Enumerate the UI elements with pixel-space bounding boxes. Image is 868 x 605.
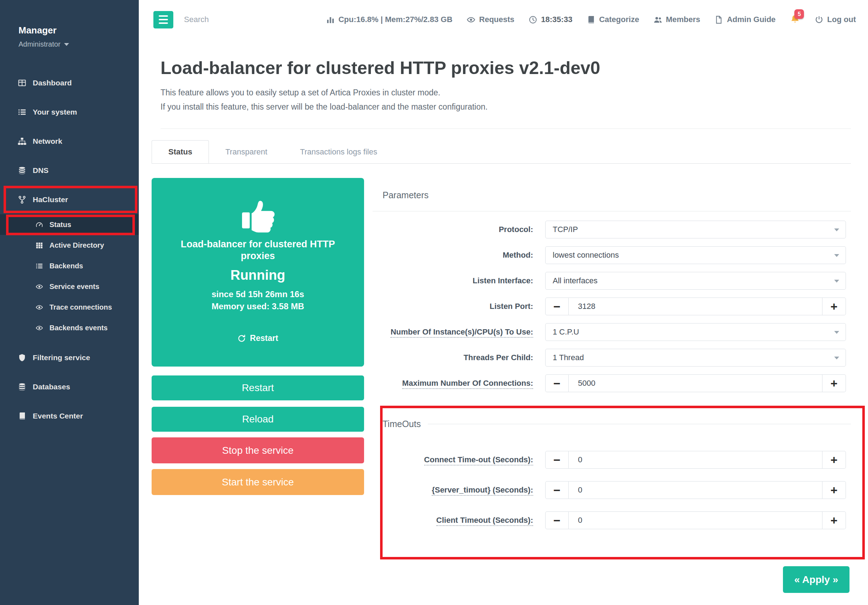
listen-interface-select[interactable]: All interfaces: [545, 272, 846, 290]
max-connections-stepper: − +: [545, 374, 846, 392]
clock-icon: [529, 15, 537, 24]
tab-transparent[interactable]: Transparent: [209, 140, 284, 163]
max-connections-input[interactable]: [569, 374, 823, 392]
sidebar-item-dns[interactable]: DNS: [0, 156, 139, 185]
reload-button[interactable]: Reload: [152, 407, 364, 432]
connect-timeout-label: Connect Time-out (Seconds):: [373, 455, 533, 464]
logout-label: Log out: [827, 15, 856, 24]
tab-status[interactable]: Status: [152, 140, 209, 163]
restart-button[interactable]: Restart: [152, 375, 364, 400]
method-select[interactable]: lowest connections: [545, 246, 846, 264]
max-connections-label: Maximum Number Of Connections:: [373, 379, 533, 388]
search-input[interactable]: [183, 15, 297, 25]
menu-toggle-button[interactable]: [153, 11, 173, 28]
sitemap-icon: [18, 137, 26, 146]
protocol-select[interactable]: TCP/IP: [545, 221, 846, 239]
threads-select[interactable]: 1 Thread: [545, 349, 846, 366]
listen-interface-label: Listen Interface:: [373, 276, 533, 285]
sidebar-item-databases[interactable]: Databases: [0, 372, 139, 402]
sidebar-item-label: Network: [33, 137, 62, 146]
eye-icon: [36, 324, 43, 332]
service-status-card: Load-balancer for clustered HTTP proxies…: [152, 178, 364, 366]
minus-button[interactable]: −: [545, 451, 569, 469]
sidebar-item-label: Backends events: [50, 324, 107, 332]
sidebar-item-label: Filtering service: [33, 354, 90, 362]
sidebar-item-events-center[interactable]: Events Center: [0, 402, 139, 431]
chart-bars-icon: [326, 15, 335, 24]
database-icon: [18, 383, 26, 391]
minus-button[interactable]: −: [545, 298, 569, 315]
page-description: This feature allows you to easily setup …: [161, 85, 488, 114]
tab-transactions-logs[interactable]: Transactions logs files: [284, 140, 394, 163]
plus-button[interactable]: +: [823, 298, 846, 315]
server-timeout-input[interactable]: [569, 481, 823, 499]
thumbs-up-icon: [152, 198, 364, 233]
instances-select[interactable]: 1 C.P.U: [545, 323, 846, 341]
requests-label: Requests: [479, 15, 514, 24]
page-description-line1: This feature allows you to easily setup …: [161, 85, 488, 100]
field-method: Method: lowest connections: [373, 246, 851, 264]
start-service-button[interactable]: Start the service: [152, 469, 364, 495]
cpu-mem-text: Cpu:16.8% | Mem:27%/2.83 GB: [338, 15, 452, 24]
field-max-connections: Maximum Number Of Connections: − +: [373, 374, 851, 392]
client-timeout-input[interactable]: [569, 511, 823, 529]
card-restart-link[interactable]: Restart: [152, 334, 364, 343]
minus-button[interactable]: −: [545, 481, 569, 499]
topbar-right: Cpu:16.8% | Mem:27%/2.83 GB Requests 18:…: [326, 14, 868, 25]
client-timeout-stepper: − +: [545, 511, 846, 529]
book-icon: [586, 15, 595, 24]
members-button[interactable]: Members: [653, 15, 701, 24]
sidebar-item-service-events[interactable]: Service events: [0, 276, 139, 297]
sidebar-item-active-directory[interactable]: Active Directory: [0, 235, 139, 256]
time-text: 18:35:33: [541, 15, 572, 24]
plus-button[interactable]: +: [823, 374, 846, 392]
plus-button[interactable]: +: [823, 451, 846, 469]
sidebar-item-label: Trace connections: [50, 303, 112, 312]
logout-button[interactable]: Log out: [815, 15, 856, 24]
shield-icon: [18, 354, 26, 362]
sidebar-item-dashboard[interactable]: Dashboard: [0, 68, 139, 98]
sidebar-item-status[interactable]: Status: [0, 214, 139, 235]
database-icon: [18, 166, 26, 175]
sidebar-item-network[interactable]: Network: [0, 127, 139, 156]
requests-button[interactable]: Requests: [467, 15, 514, 24]
sidebar-item-label: Backends: [50, 262, 83, 270]
categorize-label: Categorize: [599, 15, 639, 24]
apply-button[interactable]: « Apply »: [783, 566, 849, 593]
columns-icon: [18, 79, 26, 87]
sidebar-menu: Dashboard Your system Network DNS HaClus…: [0, 68, 139, 431]
sidebar-item-hacluster[interactable]: HaCluster: [0, 185, 139, 214]
clock-display: 18:35:33: [529, 15, 572, 24]
admin-guide-button[interactable]: Admin Guide: [714, 15, 775, 24]
list-icon: [36, 262, 43, 270]
protocol-label: Protocol:: [373, 225, 533, 234]
users-icon: [653, 15, 662, 24]
profile-block: Manager Administrator: [0, 0, 139, 48]
sidebar-item-filtering-service[interactable]: Filtering service: [0, 343, 139, 372]
plus-button[interactable]: +: [823, 481, 846, 499]
service-uptime: since 5d 15h 26mn 16s: [152, 289, 364, 299]
listen-port-stepper: − +: [545, 298, 846, 315]
categorize-button[interactable]: Categorize: [586, 15, 639, 24]
sidebar-item-label: Active Directory: [50, 241, 104, 250]
stop-service-button[interactable]: Stop the service: [152, 437, 364, 463]
cpu-mem-status[interactable]: Cpu:16.8% | Mem:27%/2.83 GB: [326, 15, 452, 24]
service-name: Load-balancer for clustered HTTP proxies: [152, 239, 364, 262]
listen-port-input[interactable]: [569, 298, 823, 315]
plus-button[interactable]: +: [823, 511, 846, 529]
sidebar-item-your-system[interactable]: Your system: [0, 98, 139, 127]
sidebar-item-trace-connections[interactable]: Trace connections: [0, 297, 139, 318]
client-timeout-label: Client Timeout (Seconds):: [373, 516, 533, 525]
listen-port-label: Listen Port:: [373, 302, 533, 311]
notifications-bell[interactable]: 5: [790, 14, 800, 25]
minus-button[interactable]: −: [545, 511, 569, 529]
server-timeout-stepper: − +: [545, 481, 846, 499]
sidebar-item-backends[interactable]: Backends: [0, 256, 139, 276]
field-protocol: Protocol: TCP/IP: [373, 221, 851, 239]
gauge-icon: [36, 221, 43, 228]
server-timeout-label: {Server_timout} (Seconds):: [373, 486, 533, 495]
connect-timeout-input[interactable]: [569, 451, 823, 469]
sidebar-item-backends-events[interactable]: Backends events: [0, 318, 139, 338]
user-role-dropdown[interactable]: Administrator: [19, 40, 139, 48]
minus-button[interactable]: −: [545, 374, 569, 392]
